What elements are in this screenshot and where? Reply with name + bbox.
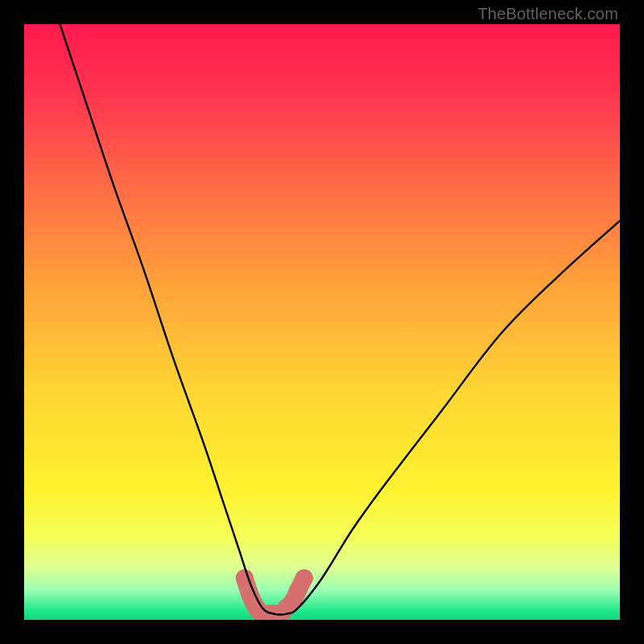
chart-frame: TheBottleneck.com: [0, 0, 644, 644]
plot-area: [24, 24, 620, 620]
watermark-text: TheBottleneck.com: [477, 5, 618, 23]
curve-layer: [24, 24, 620, 620]
valley-dot: [295, 569, 313, 587]
bottleneck-curve: [60, 24, 620, 615]
